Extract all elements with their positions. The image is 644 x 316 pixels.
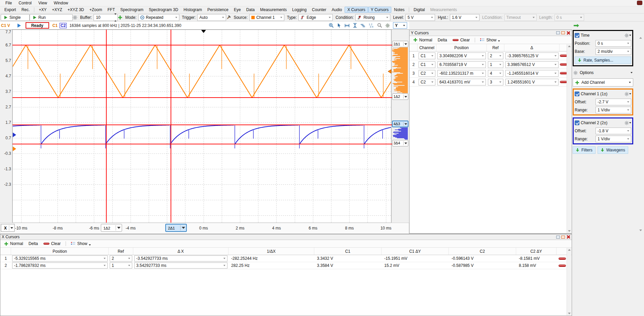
y-add-normal-button[interactable]: Normal xyxy=(411,37,434,43)
wavegens-button[interactable]: Wavegens xyxy=(598,146,628,154)
single-button[interactable]: Single xyxy=(1,14,30,21)
x-add-delta-button[interactable]: Delta xyxy=(27,241,40,247)
channel2-offset-select[interactable]: -1.8 V xyxy=(596,128,631,134)
menu-control[interactable]: Control xyxy=(15,0,35,6)
hysteresis-select[interactable]: 1.6 V xyxy=(450,14,479,21)
y3-position-input[interactable]: -602.135231317 m xyxy=(437,70,486,77)
tab-spectrogram[interactable]: Spectrogram xyxy=(117,7,146,13)
y4-ref-select[interactable]: 3 xyxy=(488,79,503,85)
tab-xy[interactable]: +XY xyxy=(36,7,49,13)
menu-file[interactable]: File xyxy=(2,0,15,6)
window-maximize-icon[interactable] xyxy=(561,31,565,34)
remove-cursor-button[interactable] xyxy=(559,257,566,260)
tab-measurements-2[interactable]: Measurements xyxy=(428,7,460,13)
source-select[interactable]: Channel 1 xyxy=(249,14,284,21)
channel1-offset-select[interactable]: -2.7 V xyxy=(596,99,631,105)
magnifier-plus-icon[interactable] xyxy=(329,23,334,28)
x-show-button[interactable]: Show xyxy=(69,241,93,247)
scope-plot[interactable]: 2Δ11Δ24Δ33Δ4X-10 ms-8 ms-6 ms-4 ms0 ms2 … xyxy=(0,30,409,234)
channel1-range-select[interactable]: 1 V/div xyxy=(596,107,631,113)
add-channel-button[interactable]: Add Channel xyxy=(573,78,633,86)
time-gear-button[interactable] xyxy=(624,33,631,38)
tab-y-cursors[interactable]: Y Cursors xyxy=(368,7,391,13)
tab-histogram[interactable]: Histogram xyxy=(181,7,205,13)
tab-export[interactable]: Export xyxy=(2,7,19,13)
tab-fft[interactable]: FFT xyxy=(105,7,117,13)
scroll-up-icon[interactable] xyxy=(639,37,642,39)
y3-channel-select[interactable]: C2 xyxy=(419,70,435,77)
y-cursor-marker-3Δ4[interactable]: 3Δ4 xyxy=(392,140,408,146)
gear-icon[interactable] xyxy=(73,15,77,20)
channel2-range-select[interactable]: 1 V/div xyxy=(596,136,631,142)
level-select[interactable]: 5 V xyxy=(405,14,435,21)
y4-channel-select[interactable]: C2 xyxy=(419,79,435,85)
y-cursors-scrollbar[interactable] xyxy=(567,44,571,233)
channel1-badge[interactable]: C1 xyxy=(52,23,58,28)
channel2-gear-button[interactable] xyxy=(624,121,631,125)
sidebar-scrollbar[interactable] xyxy=(639,37,642,231)
rate-samples-button[interactable]: Rate, Samples... xyxy=(575,57,631,64)
y-cursor-marker-2Δ1[interactable]: 2Δ1 xyxy=(392,41,408,47)
tab-spectrogram3d[interactable]: Spectrogram 3D xyxy=(146,7,181,13)
tab-notes[interactable]: Notes xyxy=(391,7,407,13)
channel2-badge[interactable]: C2 xyxy=(60,23,67,28)
channel2-checkbox[interactable] xyxy=(575,120,579,125)
window-float-icon[interactable] xyxy=(556,31,560,34)
tab-persistence[interactable]: Persistence xyxy=(205,7,231,13)
x-cursors-scrollbar[interactable] xyxy=(567,248,571,315)
y3-delta-input[interactable]: -1.2455516014 V xyxy=(505,70,559,77)
y4-position-input[interactable]: 643.4163701 mV xyxy=(437,79,486,85)
y2-delta-input[interactable]: 3.398576512 V xyxy=(505,61,559,68)
channel1-gear-button[interactable] xyxy=(624,92,631,96)
align-cursors-icon[interactable] xyxy=(360,23,365,28)
condition-select[interactable]: Rising xyxy=(355,14,390,21)
filters-button[interactable]: Filters xyxy=(573,146,596,154)
quadrant-digits-icon[interactable]: 1 23 4 xyxy=(368,23,374,28)
x2-dx-input[interactable]: 3.542927733 ms xyxy=(134,262,227,269)
spin-down-icon[interactable] xyxy=(114,15,116,20)
x-clear-button[interactable]: Clear xyxy=(41,241,63,247)
x1-dx-input[interactable]: -3.542927733 ms xyxy=(134,255,227,261)
green-right-arrow-icon[interactable] xyxy=(573,24,579,28)
window-maximize-icon[interactable] xyxy=(561,236,565,239)
remove-cursor-button[interactable] xyxy=(560,63,567,66)
camera-gear-icon[interactable] xyxy=(385,23,390,28)
remove-cursor-button[interactable] xyxy=(560,72,567,74)
time-base-select[interactable]: 2 ms/div xyxy=(596,48,631,55)
pointer-icon[interactable] xyxy=(337,23,342,28)
lcondition-select[interactable]: Timeout xyxy=(504,14,537,21)
y-cursor-marker-1Δ2[interactable]: 1Δ2 xyxy=(392,94,408,100)
tab-xyz[interactable]: +XYZ xyxy=(49,7,65,13)
tab-counter[interactable]: Counter xyxy=(309,7,329,13)
time-position-select[interactable]: 0 s xyxy=(596,40,631,47)
x2-ref-select[interactable]: 1 xyxy=(110,262,132,269)
y4-delta-input[interactable]: 1.245551601 V xyxy=(505,79,559,85)
y1-ref-select[interactable]: 2 xyxy=(488,52,503,59)
scroll-down-icon[interactable] xyxy=(568,230,571,232)
y1-channel-select[interactable]: C1 xyxy=(419,52,435,59)
scroll-down-icon[interactable] xyxy=(639,230,642,231)
y2-position-input[interactable]: 6.703558719 V xyxy=(437,61,486,68)
tab-measurements[interactable]: Measurements xyxy=(257,7,289,13)
tab-eye[interactable]: Eye xyxy=(231,7,244,13)
time-checkbox[interactable] xyxy=(575,33,579,38)
channel1-checkbox[interactable] xyxy=(575,92,579,96)
y1-position-input[interactable]: 3.304982206 V xyxy=(437,52,486,59)
scroll-up-icon[interactable] xyxy=(568,45,571,47)
x1-position-input[interactable]: -5.329215565 ms xyxy=(12,255,108,261)
options-row[interactable]: Options xyxy=(573,68,633,77)
scroll-up-icon[interactable] xyxy=(568,249,571,251)
x-axis-menu-button[interactable]: X xyxy=(1,224,14,232)
magnifier-icon[interactable] xyxy=(377,23,382,28)
y-cursor-marker-4Δ3[interactable]: 4Δ3 xyxy=(392,121,408,127)
tab-data[interactable]: Data xyxy=(244,7,257,13)
length-select[interactable]: 0 s xyxy=(554,14,584,21)
window-close-icon[interactable] xyxy=(566,235,570,239)
x-cursor-marker-2Δ1[interactable]: 2Δ1 xyxy=(166,224,186,232)
remove-cursor-button[interactable] xyxy=(560,81,567,83)
y3-ref-select[interactable]: 4 xyxy=(488,70,503,77)
y-axis-menu-button[interactable]: Y xyxy=(393,22,407,29)
hammer-icon[interactable] xyxy=(226,15,231,20)
y2-channel-select[interactable]: C1 xyxy=(419,61,435,68)
fit-height-icon[interactable] xyxy=(353,23,357,28)
